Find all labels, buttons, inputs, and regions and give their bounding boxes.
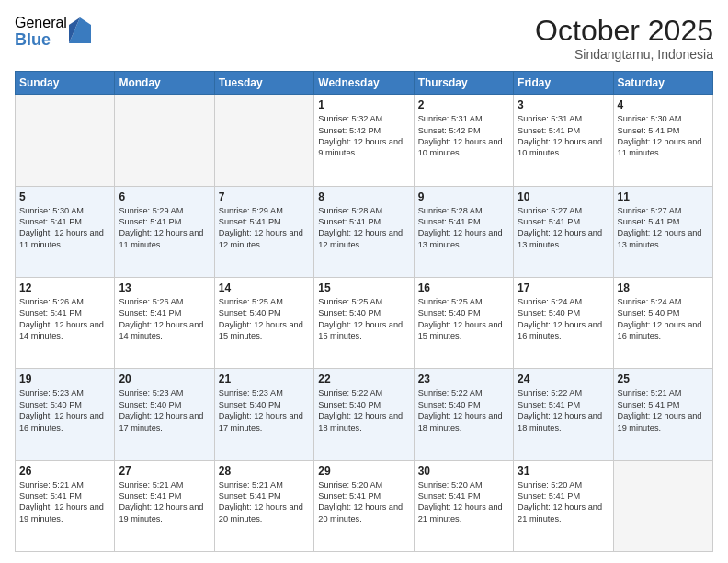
table-row: 22Sunrise: 5:22 AM Sunset: 5:40 PM Dayli… [314, 369, 414, 460]
day-info: Sunrise: 5:26 AM Sunset: 5:41 PM Dayligh… [119, 296, 210, 342]
day-number: 7 [219, 190, 310, 203]
day-info: Sunrise: 5:20 AM Sunset: 5:41 PM Dayligh… [318, 479, 409, 525]
calendar-week-row: 5Sunrise: 5:30 AM Sunset: 5:41 PM Daylig… [16, 186, 713, 277]
day-number: 28 [219, 465, 310, 477]
table-row: 18Sunrise: 5:24 AM Sunset: 5:40 PM Dayli… [613, 277, 712, 368]
logo-blue: Blue [15, 31, 67, 50]
col-sunday: Sunday [16, 72, 115, 95]
day-info: Sunrise: 5:22 AM Sunset: 5:41 PM Dayligh… [518, 387, 609, 433]
page: General Blue October 2025 Sindangtamu, I… [0, 0, 728, 563]
logo-general: General [15, 15, 67, 31]
day-info: Sunrise: 5:25 AM Sunset: 5:40 PM Dayligh… [318, 296, 409, 342]
table-row: 3Sunrise: 5:31 AM Sunset: 5:41 PM Daylig… [514, 95, 613, 186]
day-info: Sunrise: 5:25 AM Sunset: 5:40 PM Dayligh… [219, 296, 310, 342]
table-row: 1Sunrise: 5:32 AM Sunset: 5:42 PM Daylig… [314, 95, 414, 186]
table-row: 10Sunrise: 5:27 AM Sunset: 5:41 PM Dayli… [514, 186, 613, 277]
day-number: 9 [418, 190, 509, 203]
table-row: 11Sunrise: 5:27 AM Sunset: 5:41 PM Dayli… [613, 186, 712, 277]
col-monday: Monday [115, 72, 214, 95]
day-info: Sunrise: 5:25 AM Sunset: 5:40 PM Dayligh… [418, 296, 509, 342]
day-info: Sunrise: 5:28 AM Sunset: 5:41 PM Dayligh… [418, 205, 509, 251]
header: General Blue October 2025 Sindangtamu, I… [15, 15, 713, 62]
day-info: Sunrise: 5:23 AM Sunset: 5:40 PM Dayligh… [219, 387, 310, 433]
table-row [214, 95, 313, 186]
table-row: 30Sunrise: 5:20 AM Sunset: 5:41 PM Dayli… [414, 460, 513, 551]
table-row: 21Sunrise: 5:23 AM Sunset: 5:40 PM Dayli… [214, 369, 313, 460]
day-number: 19 [19, 373, 110, 385]
table-row: 2Sunrise: 5:31 AM Sunset: 5:42 PM Daylig… [414, 95, 513, 186]
day-number: 29 [318, 465, 409, 477]
table-row: 29Sunrise: 5:20 AM Sunset: 5:41 PM Dayli… [314, 460, 414, 551]
table-row: 7Sunrise: 5:29 AM Sunset: 5:41 PM Daylig… [214, 186, 313, 277]
calendar-week-row: 1Sunrise: 5:32 AM Sunset: 5:42 PM Daylig… [16, 95, 713, 186]
table-row: 20Sunrise: 5:23 AM Sunset: 5:40 PM Dayli… [115, 369, 214, 460]
table-row: 31Sunrise: 5:20 AM Sunset: 5:41 PM Dayli… [514, 460, 613, 551]
table-row: 9Sunrise: 5:28 AM Sunset: 5:41 PM Daylig… [414, 186, 513, 277]
table-row: 27Sunrise: 5:21 AM Sunset: 5:41 PM Dayli… [115, 460, 214, 551]
day-number: 15 [318, 282, 409, 294]
day-info: Sunrise: 5:21 AM Sunset: 5:41 PM Dayligh… [19, 479, 110, 525]
day-info: Sunrise: 5:20 AM Sunset: 5:41 PM Dayligh… [418, 479, 509, 525]
day-info: Sunrise: 5:22 AM Sunset: 5:40 PM Dayligh… [418, 387, 509, 433]
table-row: 25Sunrise: 5:21 AM Sunset: 5:41 PM Dayli… [613, 369, 712, 460]
day-info: Sunrise: 5:30 AM Sunset: 5:41 PM Dayligh… [19, 205, 110, 251]
location: Sindangtamu, Indonesia [535, 47, 713, 62]
day-number: 18 [618, 282, 709, 294]
day-info: Sunrise: 5:28 AM Sunset: 5:41 PM Dayligh… [318, 205, 409, 251]
table-row: 4Sunrise: 5:30 AM Sunset: 5:41 PM Daylig… [613, 95, 712, 186]
day-number: 4 [618, 98, 709, 111]
table-row: 19Sunrise: 5:23 AM Sunset: 5:40 PM Dayli… [16, 369, 115, 460]
day-number: 30 [418, 465, 509, 477]
col-wednesday: Wednesday [314, 72, 414, 95]
day-number: 22 [318, 373, 409, 385]
calendar-header-row: Sunday Monday Tuesday Wednesday Thursday… [16, 72, 713, 95]
day-number: 20 [119, 373, 210, 385]
table-row [613, 460, 712, 551]
day-number: 8 [318, 190, 409, 203]
table-row: 5Sunrise: 5:30 AM Sunset: 5:41 PM Daylig… [16, 186, 115, 277]
logo-text: General Blue [15, 15, 67, 49]
day-info: Sunrise: 5:27 AM Sunset: 5:41 PM Dayligh… [518, 205, 609, 251]
day-number: 2 [418, 98, 509, 111]
col-thursday: Thursday [414, 72, 513, 95]
logo: General Blue [15, 15, 91, 49]
month-title: October 2025 [535, 15, 713, 47]
col-tuesday: Tuesday [214, 72, 313, 95]
day-number: 11 [618, 190, 709, 203]
day-number: 27 [119, 465, 210, 477]
day-info: Sunrise: 5:24 AM Sunset: 5:40 PM Dayligh… [518, 296, 609, 342]
day-number: 12 [19, 282, 110, 294]
day-number: 6 [119, 190, 210, 203]
day-info: Sunrise: 5:24 AM Sunset: 5:40 PM Dayligh… [618, 296, 709, 342]
table-row [115, 95, 214, 186]
day-number: 16 [418, 282, 509, 294]
day-number: 1 [318, 98, 409, 111]
day-info: Sunrise: 5:21 AM Sunset: 5:41 PM Dayligh… [119, 479, 210, 525]
day-number: 14 [219, 282, 310, 294]
day-info: Sunrise: 5:22 AM Sunset: 5:40 PM Dayligh… [318, 387, 409, 433]
title-block: October 2025 Sindangtamu, Indonesia [535, 15, 713, 62]
day-number: 17 [518, 282, 609, 294]
day-info: Sunrise: 5:31 AM Sunset: 5:42 PM Dayligh… [418, 113, 509, 159]
table-row: 24Sunrise: 5:22 AM Sunset: 5:41 PM Dayli… [514, 369, 613, 460]
day-info: Sunrise: 5:31 AM Sunset: 5:41 PM Dayligh… [518, 113, 609, 159]
day-info: Sunrise: 5:23 AM Sunset: 5:40 PM Dayligh… [119, 387, 210, 433]
day-info: Sunrise: 5:26 AM Sunset: 5:41 PM Dayligh… [19, 296, 110, 342]
table-row: 13Sunrise: 5:26 AM Sunset: 5:41 PM Dayli… [115, 277, 214, 368]
logo-icon [69, 17, 91, 43]
table-row: 26Sunrise: 5:21 AM Sunset: 5:41 PM Dayli… [16, 460, 115, 551]
calendar-week-row: 12Sunrise: 5:26 AM Sunset: 5:41 PM Dayli… [16, 277, 713, 368]
table-row: 23Sunrise: 5:22 AM Sunset: 5:40 PM Dayli… [414, 369, 513, 460]
day-info: Sunrise: 5:21 AM Sunset: 5:41 PM Dayligh… [219, 479, 310, 525]
table-row: 28Sunrise: 5:21 AM Sunset: 5:41 PM Dayli… [214, 460, 313, 551]
table-row: 15Sunrise: 5:25 AM Sunset: 5:40 PM Dayli… [314, 277, 414, 368]
table-row: 12Sunrise: 5:26 AM Sunset: 5:41 PM Dayli… [16, 277, 115, 368]
col-saturday: Saturday [613, 72, 712, 95]
day-number: 23 [418, 373, 509, 385]
col-friday: Friday [514, 72, 613, 95]
day-info: Sunrise: 5:20 AM Sunset: 5:41 PM Dayligh… [518, 479, 609, 525]
day-info: Sunrise: 5:29 AM Sunset: 5:41 PM Dayligh… [119, 205, 210, 251]
day-number: 21 [219, 373, 310, 385]
calendar-week-row: 19Sunrise: 5:23 AM Sunset: 5:40 PM Dayli… [16, 369, 713, 460]
table-row: 6Sunrise: 5:29 AM Sunset: 5:41 PM Daylig… [115, 186, 214, 277]
